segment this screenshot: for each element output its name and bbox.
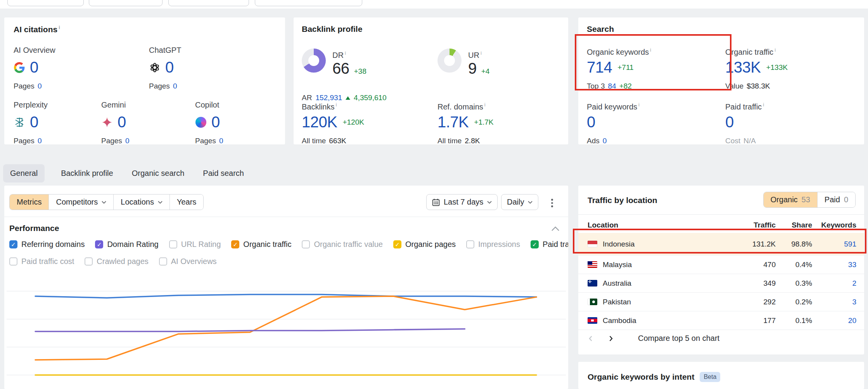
organic-keywords-value[interactable]: 714 — [587, 59, 612, 76]
checkbox-ai-overviews[interactable]: AI Overviews — [159, 257, 217, 266]
checkbox-crawled-pages[interactable]: Crawled pages — [85, 257, 148, 266]
top3-link[interactable]: 84 — [608, 82, 616, 90]
toolbar-strip — [0, 0, 868, 9]
tab-organic-search[interactable]: Organic search — [130, 164, 187, 182]
checkbox-impressions[interactable]: Impressions — [466, 240, 520, 249]
flag-australia-icon — [588, 280, 597, 287]
info-icon[interactable]: i — [775, 47, 776, 53]
pages-link[interactable]: 0 — [38, 137, 42, 145]
backlinks-value[interactable]: 120K — [302, 113, 337, 131]
toolbar-input[interactable] — [168, 0, 249, 6]
ur-metric: URi 9 +4 — [437, 49, 489, 77]
organic-traffic-value[interactable]: 133K — [725, 59, 761, 76]
performance-line-chart[interactable] — [4, 279, 568, 389]
paid-toggle-button[interactable]: Paid0 — [817, 192, 855, 207]
checkbox-organic-pages[interactable]: Organic pages — [393, 240, 456, 249]
chevron-down-icon — [158, 201, 163, 204]
pages-link[interactable]: 0 — [38, 82, 42, 90]
metric-checkbox-row-1: Referring domains Domain Rating URL Rati… — [9, 240, 568, 249]
location-row-indonesia[interactable]: Indonesia 131.2K 98.8% 591 — [578, 233, 864, 255]
keywords-link[interactable]: 2 — [812, 279, 856, 288]
info-icon[interactable]: i — [763, 102, 764, 108]
next-page-icon[interactable] — [608, 335, 614, 342]
granularity-button[interactable]: Daily — [501, 194, 538, 210]
toolbar-input[interactable] — [7, 0, 84, 6]
backlinks-metric: Backlinksi 120K +120K All time663K — [302, 100, 426, 147]
paid-traffic-metric: Paid traffici 0 CostN/A — [725, 100, 857, 147]
checkbox-organic-traffic-value[interactable]: Organic traffic value — [302, 240, 383, 249]
ai-overview-value[interactable]: 0 — [30, 59, 38, 76]
keywords-by-intent-card: Organic keywords by intent Beta — [578, 362, 864, 389]
years-filter-button[interactable]: Years — [169, 194, 203, 210]
location-row-cambodia[interactable]: Cambodia 177 0.1% 20 — [578, 311, 864, 330]
organic-traffic-metric: Organic traffici 133K +133K Value$38.3K — [725, 45, 857, 96]
divider — [4, 217, 568, 217]
backlink-profile-title: Backlink profile — [302, 24, 362, 34]
performance-card: Metrics Competitors Locations Years Last… — [4, 186, 568, 389]
checkbox-referring-domains[interactable]: Referring domains — [9, 240, 85, 249]
paid-traffic-value[interactable]: 0 — [725, 113, 734, 131]
keywords-link[interactable]: 591 — [812, 240, 856, 248]
metrics-filter-button[interactable]: Metrics — [10, 194, 48, 210]
copilot-metric: Copilot 0 Pages0 — [195, 100, 273, 147]
location-row-pakistan[interactable]: Pakistan 292 0.2% 3 — [578, 292, 864, 311]
toolbar-input[interactable] — [255, 0, 362, 6]
checkbox-organic-traffic[interactable]: Organic traffic — [231, 240, 291, 249]
compare-top5-label[interactable]: Compare top 5 on chart — [638, 334, 719, 343]
perplexity-value[interactable]: 0 — [30, 113, 38, 131]
info-icon[interactable]: i — [650, 47, 651, 53]
checkbox-icon — [159, 257, 167, 266]
location-row-malaysia[interactable]: Malaysia 470 0.4% 33 — [578, 255, 864, 274]
copilot-value[interactable]: 0 — [211, 113, 220, 131]
collapse-section-button[interactable] — [551, 224, 560, 233]
checkbox-icon — [95, 240, 103, 248]
perplexity-icon — [14, 116, 25, 128]
info-icon[interactable]: i — [59, 24, 60, 30]
performance-heading: Performance — [9, 224, 59, 233]
locations-filter-button[interactable]: Locations — [113, 194, 169, 210]
checkbox-paid-traffic[interactable]: Paid traffic — [531, 240, 568, 249]
toolbar-input[interactable] — [89, 0, 163, 6]
paid-keywords-value[interactable]: 0 — [587, 113, 595, 131]
info-icon[interactable]: i — [481, 50, 482, 56]
pages-link[interactable]: 0 — [219, 137, 223, 145]
tab-paid-search[interactable]: Paid search — [201, 164, 246, 182]
tab-general[interactable]: General — [3, 164, 45, 182]
keywords-by-intent-title: Organic keywords by intent — [588, 372, 694, 382]
tab-backlink-profile[interactable]: Backlink profile — [59, 164, 116, 182]
chatgpt-metric: ChatGPT 0 Pages0 — [149, 45, 277, 96]
location-pagination: Compare top 5 on chart — [588, 334, 719, 343]
location-row-australia[interactable]: Australia 349 0.3% 2 — [578, 274, 864, 292]
keywords-link[interactable]: 33 — [812, 260, 856, 269]
more-options-kebab-icon[interactable] — [549, 196, 555, 210]
search-card: Search Organic keywordsi 714 +711 Top 3 … — [578, 17, 864, 144]
metric-checkbox-row-2: Paid traffic cost Crawled pages AI Overv… — [9, 257, 217, 266]
prev-page-icon[interactable] — [588, 335, 594, 342]
info-icon[interactable]: i — [335, 102, 337, 108]
gemini-value[interactable]: 0 — [118, 113, 126, 131]
google-icon — [14, 62, 25, 73]
ai-overview-metric: AI Overview 0 Pages0 — [14, 45, 142, 96]
organic-toggle-button[interactable]: Organic53 — [764, 192, 817, 207]
pages-link[interactable]: 0 — [173, 82, 177, 90]
chatgpt-value[interactable]: 0 — [165, 59, 174, 76]
info-icon[interactable]: i — [484, 102, 486, 108]
keywords-link[interactable]: 3 — [812, 298, 856, 306]
date-range-button[interactable]: Last 7 days — [426, 194, 498, 210]
up-triangle-icon — [346, 96, 350, 100]
checkbox-domain-rating[interactable]: Domain Rating — [95, 240, 158, 249]
pages-link[interactable]: 0 — [125, 137, 130, 145]
ads-link[interactable]: 0 — [603, 137, 607, 145]
ai-citations-card: AI citationsi AI Overview 0 Pages0 ChatG… — [4, 17, 285, 144]
checkbox-paid-traffic-cost[interactable]: Paid traffic cost — [9, 257, 74, 266]
flag-malaysia-icon — [588, 261, 597, 268]
info-icon[interactable]: i — [345, 50, 346, 56]
competitors-filter-button[interactable]: Competitors — [48, 194, 113, 210]
checkbox-icon — [231, 240, 239, 248]
calendar-icon — [432, 198, 440, 206]
ref-domains-value[interactable]: 1.7K — [437, 113, 469, 131]
info-icon[interactable]: i — [638, 102, 640, 108]
keywords-link[interactable]: 20 — [812, 316, 856, 325]
gemini-icon — [101, 116, 113, 128]
checkbox-url-rating[interactable]: URL Rating — [169, 240, 221, 249]
